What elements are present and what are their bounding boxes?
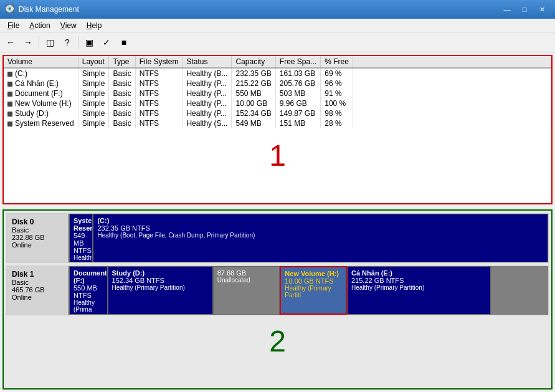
disk1-name: Disk 1 (12, 270, 63, 279)
volume-icon (7, 102, 12, 107)
table-row[interactable]: System ReservedSimpleBasicNTFSHealthy (S… (4, 118, 551, 128)
disk1-size: 465.76 GB (12, 286, 63, 294)
menu-help[interactable]: Help (82, 19, 107, 32)
panel-number-1: 1 (4, 128, 551, 183)
disk0-status: Online (12, 241, 63, 249)
title-bar: 💽 Disk Management — □ ✕ (0, 0, 555, 19)
table-row[interactable]: Cá Nhân (E:)SimpleBasicNTFSHealthy (P...… (4, 79, 551, 88)
view-button[interactable]: ◫ (42, 34, 58, 50)
volume-list-panel: Volume Layout Type File System Status Ca… (2, 55, 553, 204)
disk0-part-c[interactable]: (C:) 232.35 GB NTFS Healthy (Boot, Page … (93, 214, 548, 262)
table-row[interactable]: New Volume (H:)SimpleBasicNTFSHealthy (P… (4, 98, 551, 108)
col-capacity[interactable]: Capacity (232, 56, 275, 68)
disk0-size: 232.88 GB (12, 234, 63, 241)
main-content: Volume Layout Type File System Status Ca… (0, 52, 555, 392)
disk1-row: Disk 1 Basic 465.76 GB Online Document (… (6, 265, 549, 315)
table-row[interactable]: Study (D:)SimpleBasicNTFSHealthy (P...15… (4, 108, 551, 118)
disk1-part-newvolume[interactable]: New Volume (H:) 10.00 GB NTFS Healthy (P… (280, 266, 347, 315)
back-button[interactable]: ← (2, 34, 19, 50)
table-row[interactable]: Document (F:)SimpleBasicNTFSHealthy (P..… (4, 88, 551, 98)
settings-button[interactable]: ■ (116, 34, 132, 50)
window-controls: — □ ✕ (499, 3, 550, 16)
app-icon: 💽 (5, 4, 15, 14)
volume-table: Volume Layout Type File System Status Ca… (4, 56, 551, 128)
disk1-type: Basic (12, 279, 63, 286)
close-button[interactable]: ✕ (534, 3, 550, 16)
col-freespace[interactable]: Free Spa... (275, 56, 320, 68)
window-title: Disk Management (19, 5, 499, 14)
toolbar: ← → ◫ ? ▣ ✓ ■ (0, 32, 555, 52)
toolbar-separator-2 (78, 36, 78, 49)
col-layout[interactable]: Layout (78, 56, 109, 68)
menu-view[interactable]: View (55, 19, 82, 32)
volume-icon (7, 82, 12, 87)
refresh-button[interactable]: ✓ (98, 34, 115, 50)
disk1-remaining-unalloc (491, 266, 548, 315)
help-button[interactable]: ? (59, 34, 75, 50)
disk1-part-study[interactable]: Study (D:) 152.34 GB NTFS Healthy (Prima… (108, 266, 213, 315)
disk0-row: Disk 0 Basic 232.88 GB Online System Res… (6, 213, 549, 263)
disk0-part-system-reserved[interactable]: System Reserved 549 MB NTFS Healthy (Sys… (69, 214, 93, 262)
disk0-type: Basic (12, 226, 63, 234)
menu-bar: File Action View Help (0, 19, 555, 32)
disk1-part-document[interactable]: Document (F:) 550 MB NTFS Healthy (Prima (69, 266, 108, 315)
col-volume[interactable]: Volume (4, 56, 78, 68)
volume-icon (7, 112, 12, 117)
col-type[interactable]: Type (109, 56, 135, 68)
disk1-label: Disk 1 Basic 465.76 GB Online (7, 266, 69, 315)
panel-number-2: 2 (4, 318, 551, 365)
table-row[interactable]: (C:)SimpleBasicNTFSHealthy (B...232.35 G… (4, 68, 551, 79)
maximize-button[interactable]: □ (516, 3, 533, 16)
minimize-button[interactable]: — (499, 3, 515, 16)
volume-icon (7, 72, 12, 77)
disk1-partitions: Document (F:) 550 MB NTFS Healthy (Prima… (69, 266, 548, 315)
disk0-partitions: System Reserved 549 MB NTFS Healthy (Sys… (69, 214, 548, 262)
col-status[interactable]: Status (183, 56, 232, 68)
forward-button[interactable]: → (20, 34, 36, 50)
disk0-label: Disk 0 Basic 232.88 GB Online (7, 214, 69, 262)
disk0-name: Disk 0 (12, 218, 63, 226)
col-extra (353, 56, 551, 68)
disk1-status: Online (12, 294, 63, 301)
volume-icon (7, 92, 12, 97)
col-pctfree[interactable]: % Free (321, 56, 353, 68)
disk1-part-unalloc[interactable]: 87.66 GB Unallocated (213, 266, 280, 315)
volume-icon (7, 122, 12, 127)
col-filesystem[interactable]: File System (135, 56, 183, 68)
disk-map-panel: Disk 0 Basic 232.88 GB Online System Res… (2, 209, 553, 390)
properties-button[interactable]: ▣ (81, 34, 97, 50)
toolbar-separator-1 (39, 36, 39, 49)
menu-file[interactable]: File (2, 19, 24, 32)
disk1-part-canhân[interactable]: Cá Nhân (E:) 215.22 GB NTFS Healthy (Pri… (347, 266, 491, 315)
menu-action[interactable]: Action (24, 19, 55, 32)
